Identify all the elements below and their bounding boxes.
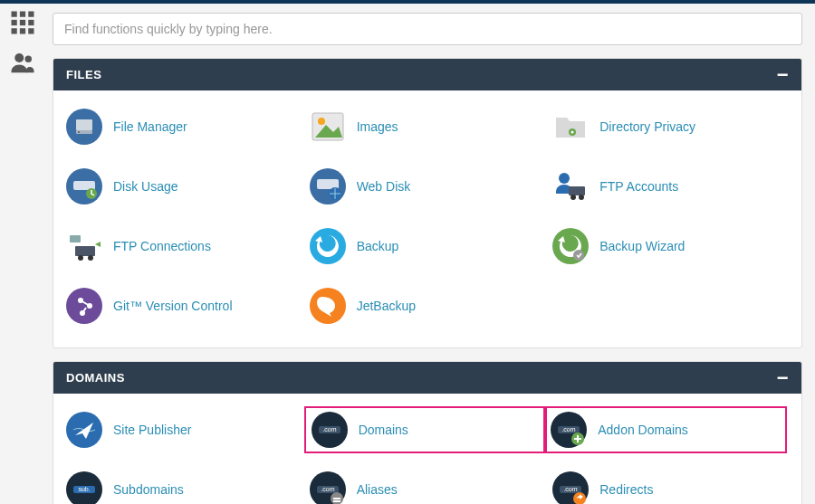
- item-disk-usage[interactable]: Disk Usage: [62, 163, 306, 210]
- svg-rect-5: [28, 20, 34, 25]
- ftp-connections-icon: [66, 228, 102, 264]
- svg-rect-4: [20, 20, 25, 25]
- item-addon-domains[interactable]: .com Addon Domains: [543, 406, 787, 453]
- item-label: Addon Domains: [598, 423, 688, 437]
- svg-point-10: [25, 56, 33, 63]
- redirects-icon: .com: [552, 471, 589, 504]
- svg-rect-56: [333, 498, 340, 499]
- panel-files: FILES − File Manager Images: [53, 58, 802, 348]
- svg-text:.com: .com: [564, 486, 578, 492]
- subdomains-icon: sub.: [66, 471, 102, 504]
- web-disk-icon: [310, 168, 346, 204]
- svg-rect-6: [12, 28, 17, 33]
- svg-rect-2: [28, 12, 34, 17]
- item-label: Web Disk: [357, 179, 411, 194]
- item-label: Backup Wizard: [599, 239, 685, 253]
- item-jetbackup[interactable]: JetBackup: [306, 282, 550, 329]
- item-domains[interactable]: .com Domains: [304, 406, 548, 453]
- svg-rect-3: [12, 20, 17, 25]
- svg-text:sub.: sub.: [78, 486, 90, 492]
- item-site-publisher[interactable]: Site Publisher: [62, 406, 306, 453]
- item-label: FTP Accounts: [599, 179, 678, 194]
- svg-rect-12: [76, 119, 92, 130]
- svg-point-18: [571, 131, 574, 134]
- item-label: Directory Privacy: [599, 119, 695, 134]
- item-label: Backup: [357, 239, 399, 253]
- backup-icon: [310, 228, 346, 264]
- svg-point-31: [78, 255, 83, 261]
- svg-rect-0: [12, 12, 17, 17]
- svg-point-36: [66, 288, 102, 324]
- svg-point-9: [14, 53, 24, 62]
- svg-rect-30: [75, 246, 95, 256]
- item-label: Aliases: [357, 482, 398, 497]
- svg-rect-8: [28, 28, 34, 33]
- panel-title: DOMAINS: [66, 371, 125, 385]
- item-label: JetBackup: [357, 299, 416, 313]
- git-icon: [66, 288, 102, 324]
- svg-point-33: [310, 228, 346, 264]
- svg-rect-29: [70, 235, 81, 242]
- svg-point-28: [579, 195, 584, 200]
- panel-title: FILES: [66, 68, 101, 81]
- svg-text:.com: .com: [562, 426, 576, 433]
- users-icon[interactable]: [9, 49, 36, 76]
- item-label: FTP Connections: [113, 239, 211, 253]
- svg-point-34: [552, 228, 589, 264]
- domains-icon: .com: [312, 412, 348, 448]
- aliases-icon: .com: [310, 471, 346, 504]
- item-label: File Manager: [113, 119, 187, 134]
- item-backup-wizard[interactable]: Backup Wizard: [549, 223, 792, 270]
- apps-grid-icon[interactable]: [9, 9, 36, 36]
- disk-usage-icon: [66, 168, 102, 204]
- sidebar: [0, 4, 45, 504]
- item-label: Disk Usage: [113, 179, 178, 194]
- site-publisher-icon: [66, 412, 102, 448]
- svg-rect-26: [569, 186, 585, 195]
- item-label: Site Publisher: [113, 423, 191, 437]
- panel-domains: DOMAINS − Site Publisher .com: [53, 361, 802, 504]
- ftp-accounts-icon: [552, 168, 589, 204]
- content-area: FILES − File Manager Images: [45, 4, 815, 504]
- svg-point-27: [570, 195, 576, 200]
- item-images[interactable]: Images: [306, 103, 550, 150]
- svg-point-32: [88, 255, 93, 261]
- svg-rect-7: [20, 28, 25, 33]
- panel-header-files[interactable]: FILES −: [53, 59, 801, 90]
- svg-rect-1: [20, 12, 25, 17]
- search-input[interactable]: [53, 13, 802, 45]
- images-icon: [310, 109, 346, 145]
- item-label: Git™ Version Control: [113, 299, 233, 313]
- item-web-disk[interactable]: Web Disk: [306, 163, 550, 210]
- jetbackup-icon: [310, 288, 346, 324]
- item-aliases[interactable]: .com Aliases: [306, 466, 550, 504]
- svg-point-14: [78, 131, 80, 133]
- item-file-manager[interactable]: File Manager: [62, 103, 306, 150]
- svg-point-16: [318, 118, 325, 125]
- directory-privacy-icon: [552, 109, 589, 145]
- item-label: Redirects: [599, 482, 653, 497]
- svg-text:.com: .com: [321, 486, 334, 492]
- item-label: Subdomains: [113, 482, 184, 497]
- panel-header-domains[interactable]: DOMAINS −: [53, 362, 801, 394]
- item-label: Images: [357, 119, 398, 134]
- item-ftp-connections[interactable]: FTP Connections: [62, 223, 306, 270]
- backup-wizard-icon: [552, 228, 589, 264]
- addon-domains-icon: .com: [551, 412, 587, 448]
- item-git[interactable]: Git™ Version Control: [62, 282, 306, 329]
- svg-rect-57: [333, 500, 340, 502]
- svg-point-35: [573, 250, 584, 261]
- collapse-icon[interactable]: −: [777, 71, 789, 80]
- item-backup[interactable]: Backup: [306, 223, 550, 270]
- file-manager-icon: [66, 109, 102, 145]
- item-label: Domains: [359, 423, 408, 437]
- svg-text:.com: .com: [322, 426, 336, 433]
- svg-point-25: [559, 173, 570, 184]
- item-directory-privacy[interactable]: Directory Privacy: [549, 103, 792, 150]
- item-redirects[interactable]: .com Redirects: [549, 466, 792, 504]
- collapse-icon[interactable]: −: [777, 374, 789, 383]
- item-subdomains[interactable]: sub. Subdomains: [62, 466, 306, 504]
- item-ftp-accounts[interactable]: FTP Accounts: [549, 163, 792, 210]
